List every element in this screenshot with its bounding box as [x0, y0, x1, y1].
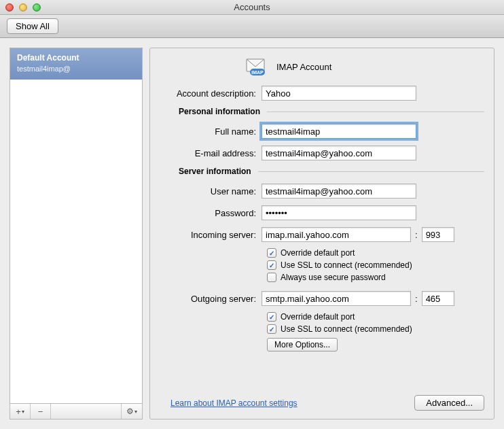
advanced-button[interactable]: Advanced...: [414, 395, 484, 411]
content: Default Account testmail4imap@ +▾ − ⚙▾: [0, 38, 504, 429]
server-info-header: Server information: [179, 167, 484, 176]
add-account-button[interactable]: +▾: [10, 404, 31, 419]
panel-bottom-row: Learn about IMAP account settings Advanc…: [160, 395, 484, 411]
incoming-label: Incoming server:: [160, 230, 262, 240]
titlebar: Accounts: [0, 0, 504, 15]
email-label: E-mail address:: [160, 148, 262, 158]
incoming-port-input[interactable]: [422, 227, 454, 242]
account-title: Default Account: [17, 52, 135, 64]
imap-mail-icon: IMAP: [245, 58, 267, 75]
checkbox-icon[interactable]: [267, 324, 276, 334]
incoming-colon: :: [415, 230, 418, 240]
description-input[interactable]: [262, 86, 416, 101]
outgoing-label: Outgoing server:: [160, 294, 262, 304]
sidebar-toolbar-spacer: [51, 404, 122, 419]
checkbox-icon[interactable]: [267, 260, 276, 270]
user-name-input[interactable]: [262, 184, 416, 199]
description-label: Account description:: [160, 88, 262, 99]
checkbox-icon[interactable]: [267, 273, 276, 282]
full-name-input[interactable]: [262, 124, 416, 139]
incoming-override-port-row[interactable]: Override default port: [267, 248, 484, 258]
svg-text:IMAP: IMAP: [251, 70, 264, 75]
checkbox-icon[interactable]: [267, 312, 276, 322]
personal-info-header: Personal information: [179, 107, 484, 116]
email-input[interactable]: [262, 145, 416, 160]
incoming-secure-password-row[interactable]: Always use secure password: [267, 273, 484, 282]
outgoing-server-input[interactable]: [262, 291, 411, 306]
incoming-ssl-row[interactable]: Use SSL to connect (recommended): [267, 260, 484, 270]
password-input[interactable]: [262, 205, 416, 220]
show-all-button[interactable]: Show All: [7, 18, 58, 34]
sidebar: Default Account testmail4imap@ +▾ − ⚙▾: [10, 48, 143, 419]
outgoing-port-input[interactable]: [422, 291, 454, 306]
password-label: Password:: [160, 208, 262, 218]
outgoing-override-port-row[interactable]: Override default port: [267, 312, 484, 322]
account-list-item-default[interactable]: Default Account testmail4imap@: [10, 48, 142, 80]
toolbar: Show All: [0, 15, 504, 38]
learn-imap-link[interactable]: Learn about IMAP account settings: [170, 398, 298, 408]
account-detail-panel: IMAP IMAP Account Account description: P…: [149, 48, 494, 419]
sidebar-toolbar: +▾ − ⚙▾: [10, 403, 143, 419]
outgoing-ssl-row[interactable]: Use SSL to connect (recommended): [267, 324, 484, 334]
remove-account-button[interactable]: −: [31, 404, 51, 419]
more-options-button[interactable]: More Options...: [267, 338, 338, 351]
full-name-label: Full name:: [160, 126, 262, 137]
incoming-server-input[interactable]: [262, 227, 411, 242]
user-name-label: User name:: [160, 186, 262, 196]
gear-menu-button[interactable]: ⚙▾: [122, 404, 142, 419]
outgoing-colon: :: [415, 294, 418, 304]
account-type-label: IMAP Account: [276, 62, 331, 72]
checkbox-icon[interactable]: [267, 248, 276, 258]
window-title: Accounts: [0, 2, 504, 12]
account-email: testmail4imap@: [17, 64, 135, 74]
account-list[interactable]: Default Account testmail4imap@: [10, 48, 143, 403]
account-type-row: IMAP IMAP Account: [245, 58, 484, 75]
